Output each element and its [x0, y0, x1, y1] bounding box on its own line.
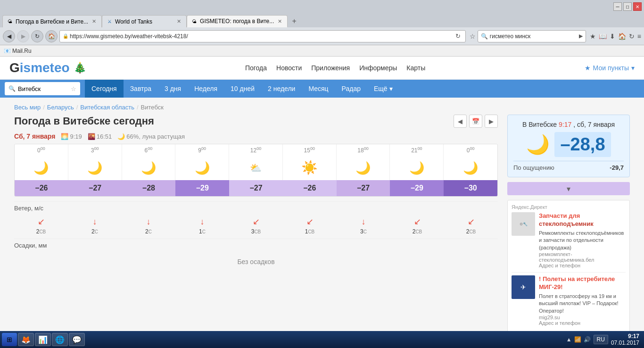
- reading-icon[interactable]: 📖: [599, 33, 607, 40]
- main-area: Весь мир / Беларусь / Витебская область …: [0, 98, 644, 331]
- close-button[interactable]: ✕: [633, 2, 642, 11]
- wind-cell-21: ↙ 2СВ: [390, 214, 444, 236]
- ad-label: Яндекс.Директ: [512, 204, 626, 210]
- nav-informery[interactable]: Информеры: [359, 64, 397, 72]
- breadcrumb-sep-1: /: [43, 104, 45, 111]
- wind-arrow-6: ↓: [123, 215, 174, 228]
- lock-icon: 🔒: [63, 33, 68, 39]
- nav-more[interactable]: Ещё ▾: [367, 80, 399, 98]
- nav-pogoda[interactable]: Погода: [245, 64, 267, 72]
- address-refresh-icon[interactable]: ↻: [454, 33, 462, 40]
- search-go-icon[interactable]: ▶: [579, 33, 583, 39]
- sunrise-icon: 🌅: [61, 133, 68, 140]
- tray-volume-icon[interactable]: 🔊: [584, 336, 591, 343]
- nav-month[interactable]: Месяц: [302, 80, 335, 98]
- ad-phone-1[interactable]: Адрес и телефон: [539, 263, 626, 268]
- language-button[interactable]: RU: [594, 335, 608, 344]
- main-content-area: Погода в Витебске сегодня ◀ 📅 ▶ Сб, 7 ян…: [5, 115, 639, 331]
- tab-close-1[interactable]: ✕: [91, 18, 98, 25]
- address-box[interactable]: 🔒 https://www.gismeteo.by/weather-vitebs…: [59, 30, 466, 42]
- tab-weather-vitebsk[interactable]: 🌤 Погода в Витебске и Вите... ✕: [2, 15, 102, 27]
- favorites-icon[interactable]: ★: [590, 33, 596, 40]
- chevron-down-icon: ▾: [631, 64, 635, 72]
- home-button[interactable]: 🏠: [45, 30, 58, 42]
- taskbar-skype[interactable]: 💬: [69, 333, 85, 346]
- hour-cell-15: 1500: [283, 144, 337, 156]
- start-button[interactable]: ⊞: [2, 333, 17, 346]
- tab-gismeteo[interactable]: 🌤 GISMETEO: погода в Вите... ✕: [187, 15, 288, 27]
- home-icon[interactable]: 🏠: [618, 33, 626, 40]
- calendar-button[interactable]: 📅: [469, 115, 482, 128]
- sync-icon[interactable]: ↻: [629, 33, 635, 40]
- search-text: гисметео минск: [490, 33, 577, 40]
- breadcrumb-belarus[interactable]: Беларусь: [47, 104, 74, 111]
- taskbar-firefox[interactable]: 🦊: [18, 333, 34, 346]
- tray-expand-icon[interactable]: ▲: [566, 336, 572, 343]
- new-tab-button[interactable]: +: [288, 15, 301, 27]
- bookmark-star-icon[interactable]: ☆: [470, 33, 476, 40]
- nav-10days[interactable]: 10 дней: [224, 80, 261, 98]
- system-tray: ▲ 📶 🔊 RU 9:17 07.01.2017: [563, 333, 642, 346]
- hour-label-0: 000: [37, 147, 45, 154]
- ad-phone-2[interactable]: Адрес и телефон: [539, 320, 626, 326]
- ad-title-2[interactable]: ! Полеты на истребителе МИГ-29!: [539, 275, 626, 291]
- sidebar-expand-button[interactable]: ▾: [507, 182, 630, 195]
- tray-network-icon[interactable]: 📶: [574, 336, 581, 343]
- search-box[interactable]: 🔍 гисметео минск ▶: [478, 30, 586, 42]
- ad-title-1[interactable]: Запчасти для стеклоподъемник: [539, 212, 626, 228]
- nav-week[interactable]: Неделя: [188, 80, 224, 98]
- nav-karty[interactable]: Карты: [406, 64, 425, 72]
- site-logo[interactable]: Gismeteo 🎄: [9, 60, 86, 75]
- weather-icon-12: ⛅: [229, 156, 283, 180]
- window-controls[interactable]: ─ □ ✕: [613, 2, 642, 11]
- hour-cell-21: 2100: [390, 144, 444, 156]
- nav-radar[interactable]: Радар: [335, 80, 367, 98]
- hours-row: 000 300 600 900 1200 1500 1800 2100 000: [15, 144, 497, 156]
- weather-icon-9: 🌙: [175, 156, 229, 180]
- date-label: Сб, 7 января: [14, 133, 55, 140]
- system-clock[interactable]: 9:17 07.01.2017: [611, 333, 639, 346]
- breadcrumb: Весь мир / Беларусь / Витебская область …: [5, 100, 639, 115]
- bookmark-mail-ru[interactable]: 📧 Mail.Ru: [4, 48, 32, 54]
- city-star-icon[interactable]: ☆: [71, 85, 76, 92]
- city-search-box[interactable]: 🔍 ☆: [5, 82, 80, 95]
- city-search-input[interactable]: [18, 85, 68, 92]
- temperature-row: −26 −27 −28 −29 −27 −26 −27 −29 −30: [15, 180, 497, 196]
- nav-prilojeniya[interactable]: Приложения: [311, 64, 350, 72]
- clock-date: 07.01.2017: [611, 340, 639, 346]
- ad-link-2[interactable]: mig29.su: [539, 315, 626, 320]
- breadcrumb-world[interactable]: Весь мир: [14, 104, 41, 111]
- wind-section: Ветер, м/с ↙ 2СВ ↓ 2С ↓ 2С: [14, 201, 498, 236]
- nav-tomorrow[interactable]: Завтра: [124, 80, 158, 98]
- back-button[interactable]: ◀: [3, 30, 15, 42]
- nav-3days[interactable]: 3 дня: [158, 80, 188, 98]
- menu-icon[interactable]: ≡: [637, 33, 641, 40]
- refresh-button[interactable]: ↻: [31, 30, 43, 42]
- ad-link-1[interactable]: ремкомплект-стеклоподъемника.бел: [539, 251, 626, 263]
- taskbar-excel[interactable]: 📊: [35, 333, 51, 346]
- hour-label-24: 000: [467, 147, 475, 154]
- forward-button[interactable]: ▶: [17, 30, 29, 42]
- next-day-button[interactable]: ▶: [485, 115, 498, 128]
- prev-day-button[interactable]: ◀: [454, 115, 467, 128]
- hour-label-9: 900: [198, 147, 206, 154]
- nav-2weeks[interactable]: 2 недели: [261, 80, 302, 98]
- breadcrumb-vitebsk-oblast[interactable]: Витебская область: [80, 104, 134, 111]
- tab-title-1: Погода в Витебске и Вите...: [16, 18, 88, 25]
- tab-world-of-tanks[interactable]: ⚔ World of Tanks ✕: [102, 15, 187, 27]
- maximize-button[interactable]: □: [623, 2, 632, 11]
- weather-icon-24b: 🌙: [444, 156, 497, 180]
- breadcrumb-vitebsk: Витебск: [141, 104, 164, 111]
- wind-speed-21: 2СВ: [391, 228, 443, 235]
- clock-time: 9:17: [611, 333, 639, 340]
- download-icon[interactable]: ⬇: [610, 33, 615, 40]
- my-points-button[interactable]: ★ Мои пункты ▾: [585, 64, 635, 72]
- taskbar-chrome[interactable]: 🌐: [52, 333, 68, 346]
- wind-arrows-row: ↙ 2СВ ↓ 2С ↓ 2С ↓ 1С: [14, 214, 498, 236]
- nav-today[interactable]: Сегодня: [85, 80, 124, 98]
- tab-close-2[interactable]: ✕: [175, 18, 182, 25]
- nav-novosti[interactable]: Новости: [276, 64, 302, 72]
- minimize-button[interactable]: ─: [613, 2, 622, 11]
- feels-like-value: -29,7: [610, 164, 624, 171]
- tab-close-3[interactable]: ✕: [276, 18, 283, 25]
